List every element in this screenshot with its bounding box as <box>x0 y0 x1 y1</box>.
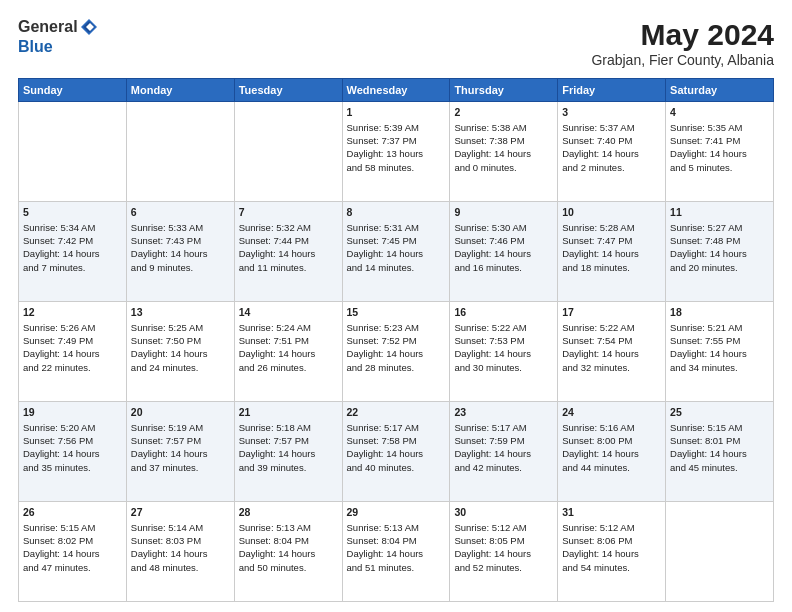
calendar-cell: 17Sunrise: 5:22 AMSunset: 7:54 PMDayligh… <box>558 302 666 402</box>
day-info: and 52 minutes. <box>454 561 553 574</box>
day-info: and 9 minutes. <box>131 261 230 274</box>
day-header-friday: Friday <box>558 79 666 102</box>
calendar-cell: 12Sunrise: 5:26 AMSunset: 7:49 PMDayligh… <box>19 302 127 402</box>
day-info: Daylight: 14 hours <box>347 447 446 460</box>
calendar-cell: 18Sunrise: 5:21 AMSunset: 7:55 PMDayligh… <box>666 302 774 402</box>
day-info: Daylight: 14 hours <box>239 247 338 260</box>
day-info: and 7 minutes. <box>23 261 122 274</box>
day-info: and 45 minutes. <box>670 461 769 474</box>
day-info: Daylight: 14 hours <box>670 447 769 460</box>
logo-general: General <box>18 18 98 38</box>
calendar-cell: 20Sunrise: 5:19 AMSunset: 7:57 PMDayligh… <box>126 402 234 502</box>
day-info: Sunrise: 5:26 AM <box>23 321 122 334</box>
day-info: Sunset: 7:55 PM <box>670 334 769 347</box>
day-info: Sunset: 8:02 PM <box>23 534 122 547</box>
day-info: and 44 minutes. <box>562 461 661 474</box>
day-info: Sunrise: 5:27 AM <box>670 221 769 234</box>
calendar-cell: 30Sunrise: 5:12 AMSunset: 8:05 PMDayligh… <box>450 502 558 602</box>
day-number: 16 <box>454 305 553 320</box>
day-info: Sunrise: 5:39 AM <box>347 121 446 134</box>
calendar-cell: 11Sunrise: 5:27 AMSunset: 7:48 PMDayligh… <box>666 202 774 302</box>
day-info: Sunset: 8:01 PM <box>670 434 769 447</box>
day-info: and 47 minutes. <box>23 561 122 574</box>
day-number: 9 <box>454 205 553 220</box>
day-number: 15 <box>347 305 446 320</box>
day-info: and 28 minutes. <box>347 361 446 374</box>
day-info: Sunset: 7:53 PM <box>454 334 553 347</box>
day-info: Sunrise: 5:24 AM <box>239 321 338 334</box>
day-number: 31 <box>562 505 661 520</box>
day-info: Sunrise: 5:21 AM <box>670 321 769 334</box>
day-info: Sunset: 7:56 PM <box>23 434 122 447</box>
calendar-cell: 3Sunrise: 5:37 AMSunset: 7:40 PMDaylight… <box>558 102 666 202</box>
calendar-cell: 7Sunrise: 5:32 AMSunset: 7:44 PMDaylight… <box>234 202 342 302</box>
day-info: and 39 minutes. <box>239 461 338 474</box>
day-info: Sunrise: 5:16 AM <box>562 421 661 434</box>
calendar-cell: 9Sunrise: 5:30 AMSunset: 7:46 PMDaylight… <box>450 202 558 302</box>
day-info: Daylight: 14 hours <box>239 347 338 360</box>
day-info: and 5 minutes. <box>670 161 769 174</box>
day-info: Daylight: 14 hours <box>562 247 661 260</box>
calendar-cell: 6Sunrise: 5:33 AMSunset: 7:43 PMDaylight… <box>126 202 234 302</box>
week-row-3: 12Sunrise: 5:26 AMSunset: 7:49 PMDayligh… <box>19 302 774 402</box>
day-number: 1 <box>347 105 446 120</box>
day-info: Sunset: 7:48 PM <box>670 234 769 247</box>
day-info: Sunset: 7:44 PM <box>239 234 338 247</box>
day-number: 7 <box>239 205 338 220</box>
day-info: and 16 minutes. <box>454 261 553 274</box>
calendar-table: SundayMondayTuesdayWednesdayThursdayFrid… <box>18 78 774 602</box>
day-header-sunday: Sunday <box>19 79 127 102</box>
day-number: 18 <box>670 305 769 320</box>
day-info: Daylight: 14 hours <box>347 247 446 260</box>
day-info: Daylight: 14 hours <box>562 347 661 360</box>
day-info: Sunrise: 5:37 AM <box>562 121 661 134</box>
day-info: and 11 minutes. <box>239 261 338 274</box>
calendar-cell: 8Sunrise: 5:31 AMSunset: 7:45 PMDaylight… <box>342 202 450 302</box>
day-info: Daylight: 14 hours <box>347 347 446 360</box>
calendar-cell: 5Sunrise: 5:34 AMSunset: 7:42 PMDaylight… <box>19 202 127 302</box>
day-info: Daylight: 14 hours <box>454 347 553 360</box>
calendar-cell <box>126 102 234 202</box>
day-info: Sunset: 8:06 PM <box>562 534 661 547</box>
day-info: Sunrise: 5:13 AM <box>347 521 446 534</box>
day-info: and 42 minutes. <box>454 461 553 474</box>
day-info: Daylight: 14 hours <box>23 447 122 460</box>
calendar-cell: 13Sunrise: 5:25 AMSunset: 7:50 PMDayligh… <box>126 302 234 402</box>
day-number: 6 <box>131 205 230 220</box>
day-number: 13 <box>131 305 230 320</box>
calendar-cell: 2Sunrise: 5:38 AMSunset: 7:38 PMDaylight… <box>450 102 558 202</box>
day-info: and 48 minutes. <box>131 561 230 574</box>
day-info: Daylight: 14 hours <box>23 247 122 260</box>
day-info: and 50 minutes. <box>239 561 338 574</box>
day-number: 28 <box>239 505 338 520</box>
day-info: Sunset: 7:46 PM <box>454 234 553 247</box>
day-info: Sunrise: 5:28 AM <box>562 221 661 234</box>
calendar-cell: 27Sunrise: 5:14 AMSunset: 8:03 PMDayligh… <box>126 502 234 602</box>
day-info: Sunrise: 5:22 AM <box>562 321 661 334</box>
calendar-cell: 10Sunrise: 5:28 AMSunset: 7:47 PMDayligh… <box>558 202 666 302</box>
day-header-saturday: Saturday <box>666 79 774 102</box>
day-info: Daylight: 14 hours <box>23 547 122 560</box>
calendar-cell: 21Sunrise: 5:18 AMSunset: 7:57 PMDayligh… <box>234 402 342 502</box>
day-info: Sunset: 7:43 PM <box>131 234 230 247</box>
logo: General Blue <box>18 18 98 56</box>
day-info: and 2 minutes. <box>562 161 661 174</box>
week-row-1: 1Sunrise: 5:39 AMSunset: 7:37 PMDaylight… <box>19 102 774 202</box>
day-info: Sunrise: 5:15 AM <box>23 521 122 534</box>
day-info: Daylight: 14 hours <box>239 447 338 460</box>
page: General Blue May 2024 Grabjan, Fier Coun… <box>0 0 792 612</box>
calendar-cell: 28Sunrise: 5:13 AMSunset: 8:04 PMDayligh… <box>234 502 342 602</box>
day-info: Sunset: 7:52 PM <box>347 334 446 347</box>
day-number: 11 <box>670 205 769 220</box>
calendar-cell: 31Sunrise: 5:12 AMSunset: 8:06 PMDayligh… <box>558 502 666 602</box>
day-number: 14 <box>239 305 338 320</box>
calendar-cell: 29Sunrise: 5:13 AMSunset: 8:04 PMDayligh… <box>342 502 450 602</box>
day-info: Sunrise: 5:19 AM <box>131 421 230 434</box>
day-info: Daylight: 14 hours <box>131 247 230 260</box>
calendar-cell: 24Sunrise: 5:16 AMSunset: 8:00 PMDayligh… <box>558 402 666 502</box>
week-row-4: 19Sunrise: 5:20 AMSunset: 7:56 PMDayligh… <box>19 402 774 502</box>
day-info: Daylight: 14 hours <box>239 547 338 560</box>
day-number: 22 <box>347 405 446 420</box>
day-number: 10 <box>562 205 661 220</box>
day-info: Sunrise: 5:20 AM <box>23 421 122 434</box>
